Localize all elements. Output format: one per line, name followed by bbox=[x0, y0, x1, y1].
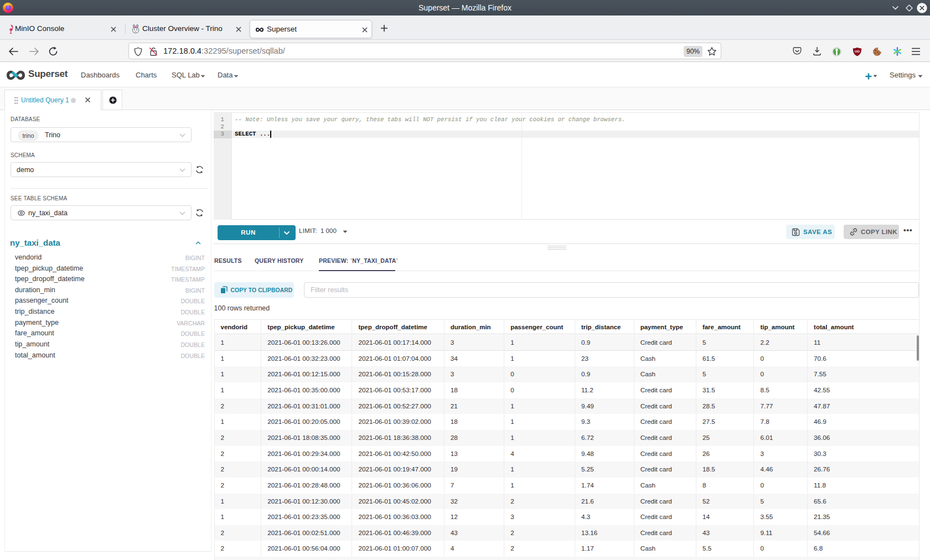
svg-text:UO: UO bbox=[855, 50, 860, 53]
